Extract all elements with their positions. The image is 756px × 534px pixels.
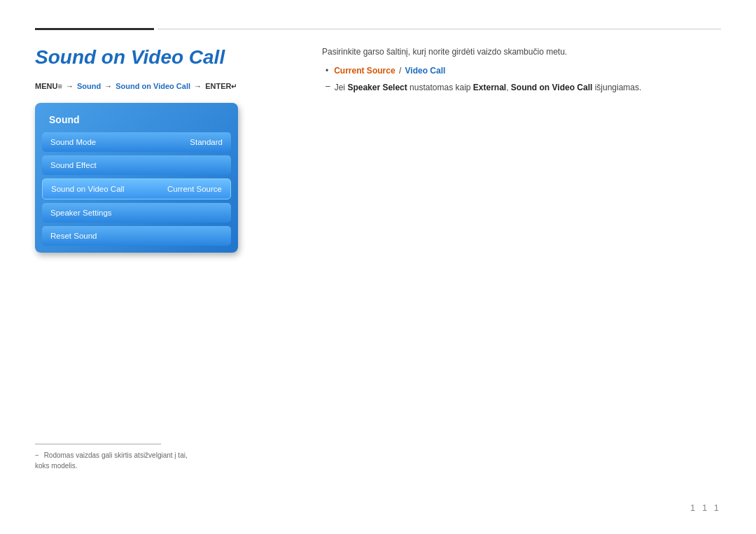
sound-on-video-call-label: Sound on Video Call xyxy=(51,185,125,193)
sound-mode-value: Standard xyxy=(190,138,223,146)
footer-dash: − xyxy=(35,451,39,459)
enter-label: ENTER xyxy=(205,82,231,90)
footer-text: Rodomas vaizdas gali skirtis atsižvelgia… xyxy=(35,451,188,470)
page-title: Sound on Video Call xyxy=(35,45,301,69)
arrow3: → xyxy=(194,82,204,90)
reset-sound-label: Reset Sound xyxy=(50,232,97,240)
menu-label: MENU xyxy=(35,82,57,90)
note-line: – Jei Speaker Select nustatomas kaip Ext… xyxy=(326,81,721,94)
menu-item-sound-mode[interactable]: Sound Mode Standard xyxy=(42,132,231,152)
sound-effect-label: Sound Effect xyxy=(50,161,97,169)
page-container: Sound on Video Call MENU≡ → Sound → Soun… xyxy=(0,0,756,534)
sound-on-video-call-bold: Sound on Video Call xyxy=(511,83,592,92)
sound-on-video-call-value: Current Source xyxy=(167,185,222,193)
option-current: Current Source xyxy=(334,66,395,76)
note-dash: – xyxy=(326,81,330,91)
enter-icon: ↵ xyxy=(231,83,237,90)
bullet-point: • Current Source / Video Call xyxy=(326,66,721,76)
footer-note: − Rodomas vaizdas gali skirtis atsižvelg… xyxy=(35,450,189,471)
arrow1: → xyxy=(66,82,76,90)
option-videocall: Video Call xyxy=(405,66,446,76)
breadcrumb-sound: Sound xyxy=(77,82,101,90)
menu-item-sound-on-video-call[interactable]: Sound on Video Call Current Source xyxy=(42,178,231,199)
note-text: Jei Speaker Select nustatomas kaip Exter… xyxy=(335,81,642,94)
menu-icon: ≡ xyxy=(57,82,62,90)
left-content: Sound on Video Call MENU≡ → Sound → Soun… xyxy=(35,45,301,253)
menu-item-reset-sound[interactable]: Reset Sound xyxy=(42,226,231,246)
sound-panel-title: Sound xyxy=(42,110,231,132)
sound-mode-label: Sound Mode xyxy=(50,138,96,146)
speaker-select-bold: Speaker Select xyxy=(347,83,407,92)
bullet-text: Current Source / Video Call xyxy=(334,66,445,76)
footer-area: − Rodomas vaizdas gali skirtis atsižvelg… xyxy=(35,444,189,471)
top-line-light xyxy=(158,29,721,29)
description-text: Pasirinkite garso šaltinį, kurį norite g… xyxy=(322,45,721,59)
page-number: 1 1 1 xyxy=(690,503,721,513)
arrow2: → xyxy=(104,82,114,90)
menu-item-sound-effect[interactable]: Sound Effect xyxy=(42,155,231,175)
top-line-dark xyxy=(35,28,154,30)
breadcrumb-sound-on-video-call: Sound on Video Call xyxy=(115,82,190,90)
option-divider: / xyxy=(399,66,404,76)
footer-divider xyxy=(35,444,161,444)
menu-item-speaker-settings[interactable]: Speaker Settings xyxy=(42,203,231,223)
speaker-settings-label: Speaker Settings xyxy=(50,209,112,217)
right-content: Pasirinkite garso šaltinį, kurį norite g… xyxy=(322,45,721,94)
breadcrumb: MENU≡ → Sound → Sound on Video Call → EN… xyxy=(35,82,301,90)
top-decoration xyxy=(35,28,721,30)
bullet-dot: • xyxy=(326,66,328,76)
external-bold: External xyxy=(473,83,506,92)
sound-panel: Sound Sound Mode Standard Sound Effect S… xyxy=(35,103,238,253)
